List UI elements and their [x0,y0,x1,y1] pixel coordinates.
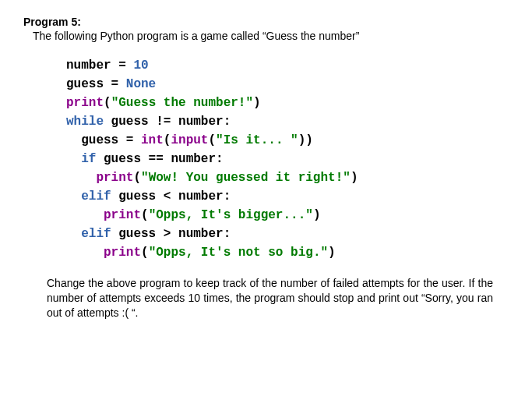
code-line-10: elif guess > number: [66,225,509,243]
code-string: "Guess the number!" [111,96,253,110]
program-heading: Program 5: [23,16,509,28]
code-fn: print [104,246,141,260]
code-keyword: elif [81,189,111,204]
code-block: number = 10 guess = None print("Guess th… [66,56,509,262]
code-text [66,227,81,241]
code-text: ( [133,171,141,185]
code-keyword: while [66,115,104,129]
code-text: guess < number: [111,189,231,204]
code-line-11: print("Opps, It's not so big.") [66,243,509,262]
code-text: guess > number: [111,227,231,241]
code-text: ( [164,133,171,147]
code-line-4: while guess != number: [66,112,509,131]
code-line-7: print("Wow! You guessed it right!") [66,168,509,187]
code-text: ( [104,96,111,110]
code-line-2: guess = None [66,75,509,94]
code-text: number = [66,58,133,73]
code-text: guess == number: [96,152,223,166]
code-line-9: print("Opps, It's bigger...") [66,206,509,225]
code-none: None [126,77,156,91]
code-text [66,246,104,260]
code-fn: print [66,96,104,110]
code-string: "Wow! You guessed it right!" [141,171,351,185]
code-text [66,208,104,222]
code-line-5: guess = int(input("Is it... ")) [66,131,509,150]
code-line-8: elif guess < number: [66,187,509,206]
code-fn: input [171,133,208,147]
code-text: ( [141,246,149,260]
code-text: )) [298,133,313,147]
code-text: ( [208,133,216,147]
code-text: ) [253,96,261,110]
code-text: guess = [66,133,141,147]
code-fn: print [104,208,141,222]
code-keyword: elif [81,227,111,241]
code-text: ( [141,208,149,222]
code-string: "Opps, It's bigger..." [149,208,313,222]
code-fn: print [96,171,133,185]
code-text: ) [351,171,358,185]
code-fn: int [141,133,164,147]
footer-text: Change the above program to keep track o… [47,276,493,320]
code-text: guess != number: [104,115,231,129]
code-text [66,189,81,204]
code-keyword: if [81,152,96,166]
code-text: ) [313,208,321,222]
code-text: guess = [66,77,126,91]
code-text [66,171,96,185]
code-line-1: number = 10 [66,56,509,75]
code-string: "Is it... " [216,133,298,147]
code-text: ) [328,246,336,260]
code-string: "Opps, It's not so big." [149,246,328,260]
intro-text: The following Python program is a game c… [33,30,509,42]
code-line-6: if guess == number: [66,150,509,168]
code-text [66,152,81,166]
code-number: 10 [133,58,148,73]
code-line-3: print("Guess the number!") [66,94,509,112]
